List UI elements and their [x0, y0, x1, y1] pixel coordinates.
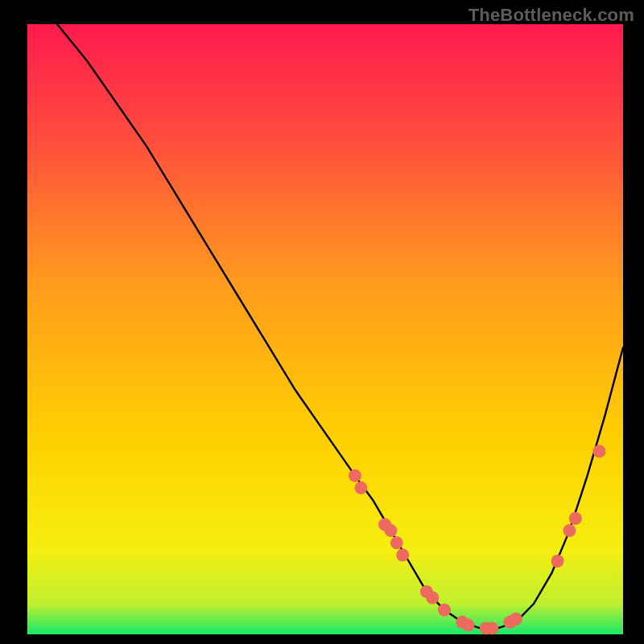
bottleneck-chart	[0, 0, 644, 644]
highlight-point	[390, 536, 403, 549]
plot-area	[27, 24, 623, 634]
highlight-point	[349, 469, 361, 482]
highlight-point	[569, 512, 582, 525]
highlight-point	[510, 613, 522, 625]
watermark-text: TheBottleneck.com	[469, 5, 634, 26]
highlight-point	[551, 555, 564, 568]
highlight-point	[384, 524, 397, 537]
highlight-point	[592, 445, 605, 458]
highlight-point	[396, 549, 409, 562]
highlight-point	[438, 604, 451, 617]
highlight-point	[563, 524, 576, 537]
chart-container: TheBottleneck.com	[0, 0, 644, 644]
highlight-point	[354, 481, 367, 494]
highlight-point	[462, 619, 475, 632]
highlight-point	[426, 592, 439, 605]
highlight-point	[485, 621, 498, 634]
